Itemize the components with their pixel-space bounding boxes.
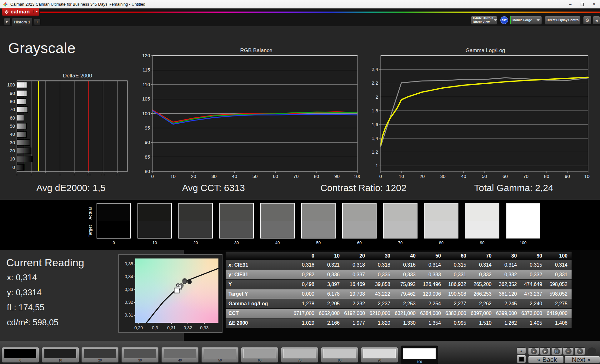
table-cell: 0,318 bbox=[369, 262, 394, 268]
svg-text:4: 4 bbox=[44, 174, 47, 175]
close-button[interactable]: × bbox=[588, 0, 600, 8]
table-cell: 0,315 bbox=[445, 262, 470, 268]
meter-dropdown[interactable]: X-Rite i1Pro 3 Direct View bbox=[471, 16, 497, 25]
calman-menu-button[interactable]: calman ▼ bbox=[2, 8, 39, 16]
svg-text:90: 90 bbox=[10, 91, 15, 96]
svg-text:100: 100 bbox=[584, 174, 590, 179]
contrast-ratio-summary: Contrast Ratio: 1202 bbox=[320, 183, 406, 193]
table-col-header: 60 bbox=[445, 253, 470, 259]
deltae-chart-canvas: 100908070605040302010002468101214 bbox=[6, 80, 131, 175]
swatch-level-70 bbox=[383, 203, 418, 239]
cie-x-tick-label: 0,32 bbox=[184, 325, 192, 330]
pattern-label: 40 bbox=[162, 359, 198, 362]
next-button[interactable]: Next » bbox=[564, 356, 600, 363]
swatch-actual bbox=[261, 204, 294, 221]
svg-text:0: 0 bbox=[12, 165, 15, 170]
maximize-button[interactable] bbox=[576, 0, 588, 8]
pattern-button-20[interactable]: 20 bbox=[81, 347, 119, 363]
pattern-swatch bbox=[243, 349, 276, 358]
pattern-source-dropdown[interactable]: Mobile Forge bbox=[509, 16, 542, 25]
grayscale-swatch-strip: Actual Target 0102030405060708090100 bbox=[0, 200, 600, 250]
pattern-swatch bbox=[283, 349, 316, 358]
pattern-button-50[interactable]: 50 bbox=[201, 347, 239, 363]
pattern-button-30[interactable]: 30 bbox=[121, 347, 159, 363]
range-button[interactable]: [·] bbox=[551, 347, 562, 355]
table-col-header: 50 bbox=[420, 253, 445, 259]
gamma-chart-canvas: 11,21,41,61,822,22,401020304050607080901… bbox=[369, 54, 590, 179]
swatch-level-80 bbox=[424, 203, 458, 239]
cie-point-30 bbox=[182, 280, 187, 284]
table-col-header: 10 bbox=[318, 253, 344, 259]
pattern-label: 0 bbox=[2, 359, 39, 362]
maximize-icon bbox=[581, 3, 584, 6]
table-header-row: 0102030405060708090100 bbox=[226, 252, 572, 260]
table-cell: 2,262 bbox=[470, 301, 496, 307]
window-titlebar: Calman 2023 Calman Ultimate for Business… bbox=[0, 0, 600, 8]
svg-text:110: 110 bbox=[142, 82, 150, 87]
swatch-target bbox=[302, 221, 335, 238]
stop-icon: ■ bbox=[531, 348, 537, 354]
play-button[interactable]: ▶ bbox=[540, 347, 551, 355]
collapse-panel-button[interactable]: ◀ bbox=[593, 16, 600, 25]
table-cell: 6,178 bbox=[318, 291, 344, 297]
settings-gear-button[interactable]: ⚙ bbox=[583, 16, 592, 25]
cie-y-tick-label: 0,35 bbox=[121, 261, 133, 266]
svg-text:50: 50 bbox=[252, 174, 258, 179]
display-control-dropdown[interactable]: Direct Display Control bbox=[545, 16, 581, 25]
display-control-label: Direct Display Control bbox=[545, 18, 580, 22]
minimize-button[interactable]: – bbox=[564, 0, 576, 8]
tab-history-1[interactable]: History 1 bbox=[12, 18, 32, 26]
reading-cdm: cd/m²: 598,05 bbox=[7, 318, 58, 327]
swatch-actual bbox=[220, 204, 253, 221]
swatch-level-90 bbox=[465, 203, 499, 239]
table-row: y: CIE310,2820,3360,3370,3360,3330,3330,… bbox=[226, 270, 572, 279]
pattern-button-0[interactable]: 0 bbox=[2, 347, 39, 363]
table-cell: 6399,000 bbox=[496, 311, 521, 316]
pattern-swatch bbox=[84, 349, 116, 358]
table-cell: 6419,000 bbox=[546, 311, 572, 316]
back-arrows-icon: « bbox=[537, 357, 540, 363]
rgb-chart-title: RGB Balance bbox=[141, 47, 360, 54]
pattern-swatch bbox=[363, 349, 396, 358]
pattern-button-90[interactable]: 90 bbox=[361, 347, 398, 363]
swatch-target bbox=[179, 221, 212, 238]
row-label: Gamma Log/Log bbox=[226, 301, 293, 307]
table-cell: 0,321 bbox=[318, 262, 344, 268]
table-cell: 1,408 bbox=[546, 320, 572, 326]
refresh-button[interactable]: ↻ bbox=[574, 347, 585, 355]
pattern-bottom-bar: ▲ ■▶[·]∞↻ « Back Next » 0102030405060708… bbox=[0, 341, 600, 364]
app-icon bbox=[3, 2, 8, 7]
table-cell: 0,995 bbox=[445, 320, 470, 326]
infinity-button[interactable]: ∞ bbox=[563, 347, 574, 355]
svg-text:10: 10 bbox=[86, 174, 92, 175]
swatch-number-label: 90 bbox=[465, 240, 499, 245]
svg-text:1,4: 1,4 bbox=[372, 135, 378, 141]
svg-text:85: 85 bbox=[145, 154, 150, 160]
table-cell: 2,275 bbox=[546, 301, 572, 307]
pattern-button-60[interactable]: 60 bbox=[241, 347, 278, 363]
table-col-header: 0 bbox=[293, 253, 318, 259]
row-label: ΔE 2000 bbox=[226, 320, 293, 326]
cie-x-tick-label: 0,33 bbox=[200, 325, 208, 330]
meter-count-badge[interactable]: 597 bbox=[500, 16, 508, 24]
table-cell: 6373,000 bbox=[521, 311, 546, 316]
pattern-button-10[interactable]: 10 bbox=[42, 347, 79, 363]
history-expand-button[interactable]: ▶ bbox=[4, 18, 11, 25]
expand-up-button[interactable]: ▲ bbox=[517, 347, 526, 354]
pattern-button-100[interactable]: 100 bbox=[401, 346, 438, 364]
pattern-button-70[interactable]: 70 bbox=[281, 347, 318, 363]
table-row: Gamma Log/Log1,2782,2052,2322,2372,2532,… bbox=[226, 299, 572, 308]
pattern-button-40[interactable]: 40 bbox=[161, 347, 199, 363]
back-button[interactable]: « Back bbox=[528, 356, 564, 363]
stop-button[interactable]: ■ bbox=[528, 347, 539, 355]
pattern-window-icon bbox=[519, 357, 524, 362]
table-cell: 598,052 bbox=[546, 282, 572, 287]
add-tab-button[interactable]: + bbox=[34, 19, 41, 25]
swatch-level-20 bbox=[178, 203, 213, 239]
svg-text:10: 10 bbox=[399, 174, 404, 179]
table-cell: 266,253 bbox=[470, 291, 496, 297]
table-cell: 0,314 bbox=[496, 262, 521, 268]
svg-text:80: 80 bbox=[10, 99, 15, 104]
pattern-button-80[interactable]: 80 bbox=[321, 347, 358, 363]
window-pattern-button[interactable] bbox=[517, 355, 526, 363]
